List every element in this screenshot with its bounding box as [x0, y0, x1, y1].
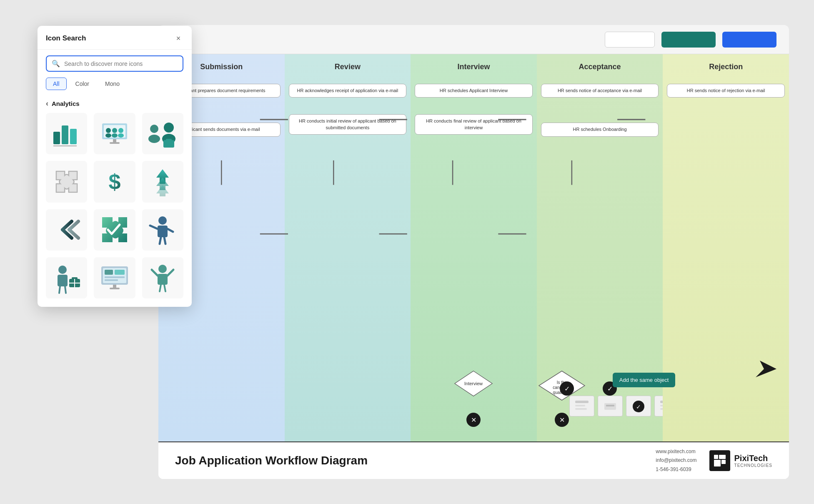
- icon-dollar-sign[interactable]: $: [94, 161, 135, 202]
- svg-point-51: [118, 128, 123, 133]
- svg-text:✓: ✓: [607, 385, 613, 392]
- icon-bar-chart[interactable]: [46, 113, 87, 154]
- icon-success-person[interactable]: [142, 257, 183, 298]
- add-same-object-button[interactable]: Add the same object: [613, 373, 676, 387]
- svg-line-74: [65, 286, 66, 293]
- box-rejection-1: HR sends notice of rejection via e-mail: [667, 84, 785, 98]
- svg-rect-38: [714, 460, 721, 466]
- svg-point-65: [158, 216, 167, 225]
- diagram-title: Job Application Workflow Diagram: [175, 454, 368, 467]
- toolbar-blue-button[interactable]: [722, 32, 776, 48]
- workflow-columns: Submission Applicant prepares document r…: [158, 54, 789, 441]
- svg-rect-40: [53, 132, 60, 144]
- diagram-inner: Submission Applicant prepares document r…: [158, 54, 789, 479]
- panel-title: Icon Search: [46, 34, 86, 43]
- svg-text:✕: ✕: [559, 416, 565, 424]
- diagram-footer: Job Application Workflow Diagram www.pix…: [158, 441, 789, 479]
- category-header: ‹ Analytics: [38, 96, 192, 113]
- box-acceptance-1: HR sends notice of acceptance via e-mail: [541, 84, 659, 98]
- svg-rect-39: [721, 460, 726, 464]
- svg-rect-85: [113, 285, 116, 288]
- box-acceptance-2: HR schedules Onboarding: [541, 123, 659, 136]
- toolbar-teal-button[interactable]: [661, 32, 716, 48]
- svg-rect-66: [158, 226, 168, 237]
- col-rejection: Rejection HR sends notice of rejection v…: [663, 54, 789, 441]
- svg-point-49: [112, 128, 117, 133]
- svg-rect-15: [575, 405, 585, 406]
- x-circle-qualified: ✕: [554, 412, 569, 429]
- category-label: Analytics: [52, 100, 80, 107]
- svg-point-52: [118, 133, 124, 138]
- filter-tab-color[interactable]: Color: [68, 78, 96, 90]
- svg-rect-54: [110, 142, 120, 144]
- icon-puzzle-check[interactable]: [94, 209, 135, 251]
- filter-tab-all[interactable]: All: [46, 78, 67, 90]
- svg-rect-14: [575, 401, 589, 403]
- svg-marker-64: [156, 185, 169, 196]
- svg-point-71: [58, 266, 67, 274]
- svg-marker-24: [756, 361, 776, 377]
- svg-rect-42: [70, 129, 77, 144]
- svg-rect-53: [113, 139, 116, 143]
- svg-text:✕: ✕: [471, 416, 476, 424]
- svg-text:✓: ✓: [636, 404, 641, 410]
- col-review-header: Review: [289, 63, 407, 75]
- toolbar: [158, 25, 789, 54]
- check-circle-review: ✓: [559, 381, 574, 398]
- svg-rect-60: [166, 139, 172, 141]
- thumbnail-3: ✓: [626, 396, 651, 416]
- icon-dashboard[interactable]: [94, 257, 135, 298]
- col-rejection-header: Rejection: [667, 63, 785, 75]
- svg-line-69: [160, 237, 161, 244]
- svg-text:$: $: [109, 170, 121, 194]
- filter-tab-mono[interactable]: Mono: [98, 78, 127, 90]
- svg-point-56: [148, 135, 160, 143]
- back-icon[interactable]: ‹: [46, 99, 48, 108]
- col-acceptance: Acceptance HR sends notice of acceptance…: [537, 54, 663, 441]
- panel-search: 🔍: [38, 50, 192, 78]
- filter-tabs: All Color Mono: [38, 78, 192, 96]
- svg-line-91: [160, 285, 161, 291]
- box-review-2: HR conducts initial review of applicant …: [289, 114, 407, 135]
- svg-line-70: [164, 237, 165, 244]
- col-review: Review HR acknowledges receipt of applic…: [285, 54, 411, 441]
- svg-line-92: [164, 285, 165, 291]
- footer-contact: www.pixitech.com info@pixitech.com 1-546…: [656, 447, 696, 474]
- svg-rect-43: [53, 145, 77, 146]
- arrow-cursor: [747, 352, 776, 383]
- svg-point-47: [106, 128, 111, 133]
- svg-rect-16: [575, 408, 587, 410]
- svg-rect-36: [714, 455, 718, 459]
- thumbnail-2: [598, 396, 623, 416]
- search-icon: 🔍: [52, 60, 60, 68]
- svg-line-68: [168, 229, 173, 232]
- svg-point-50: [112, 133, 118, 138]
- icon-upload-arrows[interactable]: [142, 161, 183, 202]
- svg-rect-37: [719, 455, 726, 459]
- thumbnail-1: [569, 396, 594, 416]
- svg-point-55: [150, 125, 158, 133]
- col-interview: Interview HR schedules Applicant Intervi…: [411, 54, 537, 441]
- diamond-interview: Interview: [453, 369, 494, 400]
- svg-line-67: [150, 226, 158, 229]
- search-input[interactable]: [64, 60, 178, 67]
- icon-puzzle-mono[interactable]: [46, 161, 87, 202]
- logo-box: [709, 450, 730, 471]
- svg-rect-84: [105, 279, 118, 281]
- close-icon[interactable]: ×: [173, 33, 183, 43]
- toolbar-input[interactable]: [605, 32, 655, 48]
- svg-rect-41: [62, 125, 68, 144]
- box-review-1: HR acknowledges receipt of application v…: [289, 84, 407, 98]
- svg-rect-86: [110, 288, 120, 289]
- svg-line-73: [59, 286, 60, 293]
- svg-rect-88: [158, 274, 168, 285]
- col-acceptance-header: Acceptance: [541, 63, 659, 75]
- icon-double-chevron[interactable]: [46, 209, 87, 251]
- svg-text:Interview: Interview: [464, 381, 483, 386]
- icon-team-meeting[interactable]: [94, 113, 135, 154]
- icon-presenter[interactable]: [142, 209, 183, 251]
- icon-people-group[interactable]: [142, 113, 183, 154]
- panel-header: Icon Search ×: [38, 26, 192, 50]
- icon-worker[interactable]: [46, 257, 87, 298]
- x-circle-interview: ✕: [466, 412, 481, 429]
